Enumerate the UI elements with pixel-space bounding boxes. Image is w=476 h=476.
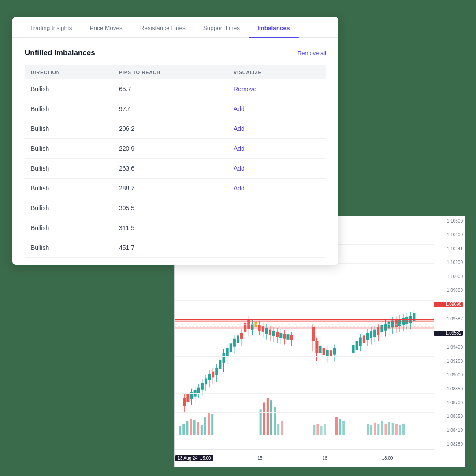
table-row: Bullish65.7Remove — [25, 79, 326, 99]
table-row: Bullish263.6Add — [25, 159, 326, 178]
svg-rect-116 — [359, 338, 362, 346]
price-label: 1.09582 — [434, 317, 463, 321]
svg-rect-5 — [197, 422, 199, 435]
col-pips: PIPS TO REACH — [113, 65, 227, 79]
svg-rect-94 — [286, 334, 289, 340]
remove-all-button[interactable]: Remove all — [298, 50, 326, 56]
add-button[interactable]: Add — [234, 185, 245, 192]
price-label-highlighted2: 1.09532 — [434, 331, 463, 336]
visualize-cell: Add — [227, 139, 326, 159]
table-row: Bullish220.9Add — [25, 139, 326, 159]
visualize-cell: Remove — [227, 79, 326, 99]
svg-rect-25 — [370, 425, 372, 435]
panel-body: Unfilled Imbalances Remove all DIRECTION… — [12, 38, 338, 265]
zone-line-2 — [175, 324, 434, 324]
add-button[interactable]: Add — [234, 125, 245, 132]
svg-rect-38 — [186, 394, 189, 402]
price-label: 1.09800 — [434, 288, 463, 293]
pips-cell: 263.6 — [113, 159, 227, 178]
price-label: 1.10600 — [434, 219, 463, 223]
zone-dashed-line — [175, 331, 434, 331]
svg-rect-30 — [388, 422, 390, 435]
visualize-cell: Add — [227, 119, 326, 139]
svg-rect-86 — [272, 331, 275, 336]
svg-rect-68 — [240, 333, 243, 339]
svg-rect-24 — [367, 424, 369, 435]
svg-rect-27 — [377, 424, 379, 435]
svg-rect-54 — [215, 368, 218, 375]
svg-rect-106 — [326, 350, 329, 356]
price-label: 1.08550 — [434, 414, 463, 419]
svg-rect-36 — [183, 398, 186, 406]
svg-rect-17 — [313, 425, 315, 435]
svg-rect-64 — [233, 339, 236, 347]
svg-rect-18 — [316, 424, 319, 435]
add-button[interactable]: Add — [234, 145, 245, 152]
time-axis: 13 Aug 24 15:00 15 16 18:00 — [175, 449, 434, 467]
svg-rect-21 — [335, 416, 338, 435]
time-label-start: 13 Aug 24 15:00 — [175, 455, 213, 461]
add-button[interactable]: Add — [234, 165, 245, 172]
svg-rect-22 — [339, 419, 341, 435]
tab-bar: Trading Insights Price Moves Resistance … — [12, 17, 338, 38]
visualize-cell — [227, 238, 326, 258]
price-label: 1.08700 — [434, 401, 463, 405]
svg-rect-82 — [265, 328, 268, 334]
svg-rect-1 — [182, 424, 185, 435]
svg-rect-34 — [402, 424, 405, 435]
visualize-cell — [227, 218, 326, 238]
svg-rect-29 — [384, 424, 387, 435]
visualize-cell — [227, 198, 326, 218]
time-label-15: 15 — [257, 456, 262, 461]
tab-resistance-lines[interactable]: Resistance Lines — [131, 17, 194, 37]
svg-rect-20 — [324, 424, 326, 435]
price-label: 1.08280 — [434, 442, 463, 446]
price-axis: 1.10600 1.10400 1.10241 1.10200 1.10000 … — [434, 216, 465, 449]
svg-rect-98 — [312, 327, 315, 341]
table-header-row: DIRECTION PIPS TO REACH VISUALIZE — [25, 65, 326, 79]
svg-rect-7 — [204, 416, 206, 435]
tab-price-moves[interactable]: Price Moves — [81, 17, 131, 37]
svg-rect-92 — [283, 334, 286, 339]
table-row: Bullish305.5 — [25, 198, 326, 218]
svg-rect-110 — [333, 348, 336, 355]
table-row: Bullish288.7Add — [25, 178, 326, 198]
svg-rect-66 — [237, 335, 239, 343]
svg-rect-15 — [277, 424, 279, 435]
imbalances-table: DIRECTION PIPS TO REACH VISUALIZE Bullis… — [25, 65, 326, 258]
direction-cell: Bullish — [25, 99, 113, 119]
price-label: 1.09000 — [434, 373, 463, 377]
panel-title: Unfilled Imbalances — [25, 48, 95, 57]
svg-rect-112 — [352, 345, 354, 353]
remove-button[interactable]: Remove — [234, 86, 257, 93]
tab-trading-insights[interactable]: Trading Insights — [21, 17, 81, 37]
pips-cell: 65.7 — [113, 79, 227, 99]
time-label-18: 18:00 — [382, 456, 393, 461]
svg-rect-48 — [205, 378, 207, 384]
tab-imbalances[interactable]: Imbalances — [249, 17, 299, 37]
price-label: 1.10241 — [434, 247, 463, 251]
table-row: Bullish451.7 — [25, 238, 326, 258]
svg-rect-3 — [190, 419, 192, 435]
svg-rect-102 — [319, 346, 321, 353]
svg-rect-9 — [211, 414, 213, 435]
price-label: 1.09400 — [434, 345, 463, 350]
pips-cell: 206.2 — [113, 119, 227, 139]
pips-cell: 220.9 — [113, 139, 227, 159]
direction-cell: Bullish — [25, 139, 113, 159]
svg-rect-14 — [274, 407, 276, 435]
price-label: 1.08850 — [434, 387, 463, 391]
add-button[interactable]: Add — [234, 105, 245, 112]
svg-rect-33 — [399, 425, 401, 435]
zone-dotted-line — [175, 327, 434, 327]
svg-rect-62 — [230, 343, 232, 352]
svg-rect-32 — [395, 424, 398, 435]
col-direction: DIRECTION — [25, 65, 113, 79]
table-row: Bullish206.2Add — [25, 119, 326, 139]
svg-rect-46 — [201, 383, 204, 390]
tab-support-lines[interactable]: Support Lines — [194, 17, 249, 37]
svg-rect-104 — [323, 348, 325, 355]
svg-rect-12 — [267, 398, 269, 435]
price-label: 1.09200 — [434, 359, 463, 364]
svg-rect-128 — [380, 325, 383, 332]
